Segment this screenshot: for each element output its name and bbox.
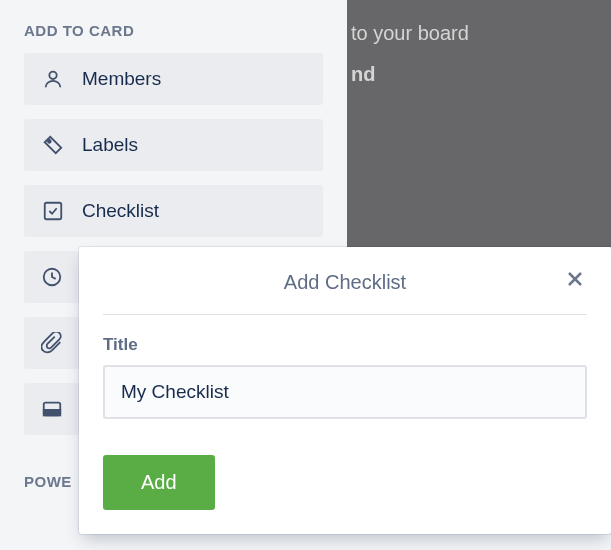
sidebar-item-dates[interactable] [24,251,80,303]
sidebar-item-label: Labels [82,134,138,156]
sidebar-item-labels[interactable]: Labels [24,119,323,171]
person-icon [42,68,64,90]
popup-title: Add Checklist [284,271,406,293]
svg-rect-2 [45,203,62,220]
sidebar-item-members[interactable]: Members [24,53,323,105]
attachment-icon [41,332,63,354]
section-title: ADD TO CARD [24,22,323,39]
sidebar-item-attachment[interactable] [24,317,80,369]
title-field-label: Title [103,335,587,355]
sidebar-item-label: Members [82,68,161,90]
tag-icon [42,134,64,156]
clock-icon [41,266,63,288]
add-button[interactable]: Add [103,455,215,510]
svg-point-0 [49,72,56,79]
checklist-icon [42,200,64,222]
close-icon[interactable] [563,267,587,291]
overlay-text-line1: to your board [351,22,607,45]
svg-point-1 [48,140,51,143]
add-checklist-popup: Add Checklist Title Add [79,247,611,534]
background-content: to your board nd [347,0,611,247]
svg-rect-5 [44,410,61,416]
checklist-title-input[interactable] [103,365,587,419]
sidebar-item-cover[interactable] [24,383,80,435]
overlay-text-line2: nd [351,63,607,86]
sidebar-item-checklist[interactable]: Checklist [24,185,323,237]
cover-icon [41,398,63,420]
sidebar-item-label: Checklist [82,200,159,222]
